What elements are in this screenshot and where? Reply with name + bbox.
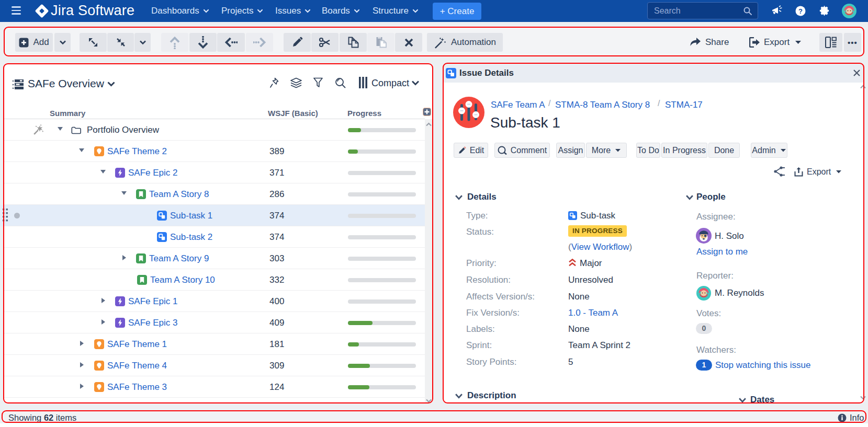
svg-text:?: ? xyxy=(798,7,803,15)
